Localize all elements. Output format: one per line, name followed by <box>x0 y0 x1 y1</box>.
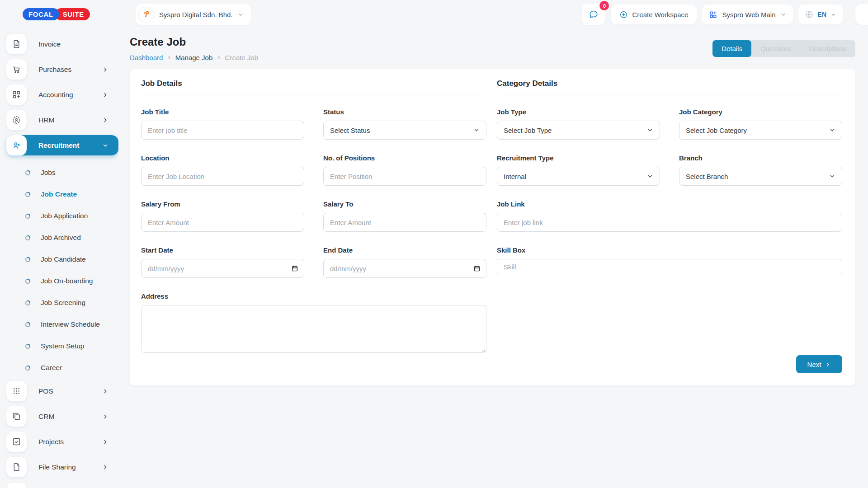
language-selector[interactable]: EN <box>798 5 843 24</box>
sidebar-item-label: Accounting <box>38 91 102 99</box>
branch-select-value: Select Branch <box>686 173 728 180</box>
sidebar-subitem-career[interactable]: Career <box>6 357 118 379</box>
company-selector[interactable]: Syspro Digital Sdn. Bhd. <box>136 4 251 25</box>
create-workspace-button[interactable]: Create Workspace <box>611 5 697 24</box>
start-date-label: Start Date <box>141 246 304 254</box>
skill-box-input[interactable] <box>497 259 842 274</box>
job-category-select[interactable]: Select Job Category <box>679 121 842 140</box>
sidebar-subitem-label: Job Screening <box>41 299 85 307</box>
section-title-category-details: Category Details <box>497 79 842 95</box>
sidebar-subitem-job-candidate[interactable]: Job Candidate <box>6 249 118 270</box>
start-date-input[interactable] <box>141 259 304 278</box>
job-title-input[interactable] <box>141 121 304 140</box>
sidebar-subitem-label: Job Create <box>41 190 77 198</box>
circle-icon <box>25 365 31 371</box>
chat-button[interactable]: 0 <box>582 4 605 25</box>
sidebar-item-label: Recruitment <box>38 141 102 150</box>
pos-icon <box>6 381 27 401</box>
tab-details[interactable]: Details <box>712 40 751 57</box>
sidebar-subitem-job-archived[interactable]: Job Archived <box>6 227 118 249</box>
chevron-right-icon <box>102 117 108 123</box>
sidebar-item-invoice[interactable]: Invoice <box>6 34 118 54</box>
workspace-selector[interactable]: Syspro Web Main <box>702 5 793 24</box>
circle-icon <box>25 300 31 306</box>
user-plus-icon <box>6 135 27 155</box>
sidebar-subitem-interview-schedule[interactable]: Interview Schedule <box>6 314 118 335</box>
sidebar-item-pos[interactable]: POS <box>6 381 118 401</box>
next-button[interactable]: Next <box>796 355 842 373</box>
skill-box-label: Skill Box <box>497 246 842 254</box>
positions-input[interactable] <box>323 167 486 186</box>
sidebar-subitem-label: Job Candidate <box>41 255 86 263</box>
breadcrumb-dashboard[interactable]: Dashboard <box>130 54 163 61</box>
section-title-job-details: Job Details <box>141 79 486 95</box>
sidebar-subitem-jobs[interactable]: Jobs <box>6 162 118 183</box>
salary-from-label: Salary From <box>141 200 304 208</box>
sidebar-item-partial[interactable] <box>6 483 118 488</box>
sidebar-subitem-job-screening[interactable]: Job Screening <box>6 292 118 314</box>
job-details-section: Job Details Job Title Status Select Stat… <box>141 79 486 355</box>
job-category-field: Job Category Select Job Category <box>679 108 842 140</box>
circle-icon <box>25 213 31 219</box>
location-field: Location <box>141 154 304 186</box>
job-link-input[interactable] <box>497 213 842 232</box>
tab-descriptions[interactable]: Descriptions <box>800 40 855 57</box>
focal-suite-logo[interactable]: FOCAL SUITE <box>23 8 118 20</box>
file-icon <box>6 457 27 477</box>
sidebar-item-hrm[interactable]: HRM <box>6 110 118 130</box>
circle-icon <box>25 192 31 197</box>
breadcrumb-current: Create Job <box>225 54 258 61</box>
job-link-label: Job Link <box>497 200 842 208</box>
accounting-icon <box>6 84 27 105</box>
job-type-field: Job Type Select Job Type <box>497 108 660 140</box>
job-type-label: Job Type <box>497 108 660 116</box>
status-select[interactable]: Select Status <box>323 121 486 140</box>
sidebar-subitem-job-onboarding[interactable]: Job On-boarding <box>6 270 118 292</box>
sidebar-item-projects[interactable]: Projects <box>6 432 118 452</box>
sidebar-subitem-label: System Setup <box>41 342 85 350</box>
chevron-down-icon <box>829 173 835 179</box>
chevron-down-icon <box>780 12 786 18</box>
sidebar-item-crm[interactable]: CRM <box>6 406 118 427</box>
salary-to-label: Salary To <box>323 200 486 208</box>
recruitment-type-label: Recruitment Type <box>497 154 660 162</box>
tab-questions[interactable]: Questions <box>751 40 800 57</box>
breadcrumb-manage-job[interactable]: Manage Job <box>175 54 213 61</box>
salary-from-input[interactable] <box>141 213 304 232</box>
avatar[interactable] <box>855 4 868 25</box>
sidebar-item-label: CRM <box>38 413 102 421</box>
topbar-right: 0 Create Workspace Syspro Web Main EN <box>582 4 868 25</box>
job-type-select[interactable]: Select Job Type <box>497 121 660 140</box>
chevron-down-icon <box>647 173 653 179</box>
sidebar-subitem-job-application[interactable]: Job Application <box>6 205 118 227</box>
sidebar-item-recruitment[interactable]: Recruitment <box>6 135 118 155</box>
crm-icon <box>6 406 27 427</box>
sidebar-item-accounting[interactable]: Accounting <box>6 84 118 105</box>
sidebar-item-purchases[interactable]: Purchases <box>6 59 118 80</box>
recruitment-submenu: Jobs Job Create Job Application Job Arch… <box>6 162 118 379</box>
recruitment-type-select[interactable]: Internal <box>497 167 660 186</box>
circle-icon <box>25 170 31 176</box>
sidebar-item-file-sharing[interactable]: File Sharing <box>6 457 118 477</box>
location-input[interactable] <box>141 167 304 186</box>
sidebar-nav: Invoice Purchases Accounting HRM <box>6 34 118 488</box>
branch-select[interactable]: Select Branch <box>679 167 842 186</box>
breadcrumb: Dashboard › Manage Job › Create Job <box>130 53 258 61</box>
end-date-input[interactable] <box>323 259 486 278</box>
address-label: Address <box>141 292 486 300</box>
salary-to-input[interactable] <box>323 213 486 232</box>
main-area: Syspro Digital Sdn. Bhd. 0 Create Worksp… <box>118 0 868 488</box>
chevron-right-icon <box>102 413 108 420</box>
sidebar-subitem-job-create[interactable]: Job Create <box>6 183 118 205</box>
branch-field: Branch Select Branch <box>679 154 842 186</box>
chevron-down-icon <box>829 127 835 133</box>
address-textarea[interactable] <box>141 305 486 353</box>
invoice-icon <box>6 34 27 54</box>
job-category-select-value: Select Job Category <box>686 127 747 134</box>
sidebar-item-label: File Sharing <box>38 463 102 471</box>
sidebar-subitem-system-setup[interactable]: System Setup <box>6 335 118 357</box>
chevron-right-icon <box>102 92 108 98</box>
sidebar-item-label: Purchases <box>38 66 102 74</box>
company-logo <box>138 7 154 23</box>
circle-icon <box>25 322 31 328</box>
